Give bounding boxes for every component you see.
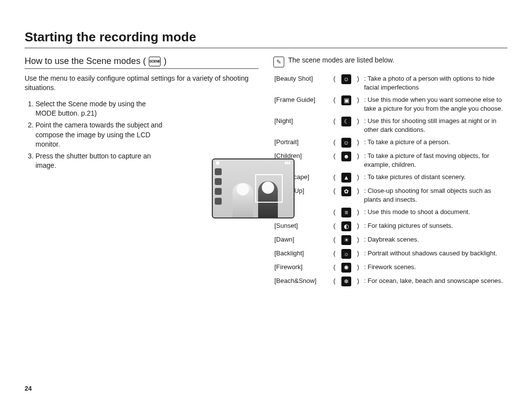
scene-mode-description: : Firework scenes. — [363, 261, 507, 275]
scene-mode-glyph-icon: ☼ — [341, 249, 351, 259]
paren-open: ( — [330, 275, 339, 288]
paren-open: ( — [330, 206, 339, 219]
scene-mode-glyph-icon: ☀ — [341, 235, 351, 245]
note-text: The scene modes are listed below. — [288, 56, 395, 64]
scene-mode-row: [Backlight](☼) : Portrait without shadow… — [273, 247, 507, 261]
scene-mode-label: [Night] — [273, 115, 330, 136]
scene-mode-description: : For ocean, lake, beach and snowscape s… — [363, 275, 507, 288]
lcd-status-left: ⬤ — [216, 161, 220, 166]
scene-mode-glyph-icon: ▲ — [341, 173, 351, 183]
lcd-icon-4 — [215, 198, 222, 205]
scene-mode-row: [Text](≡) : Use this mode to shoot a doc… — [273, 206, 507, 219]
scene-mode-icon-cell: ☾ — [339, 115, 353, 136]
scene-mode-label: [Backlight] — [273, 247, 330, 261]
paren-close: ) — [353, 206, 363, 219]
paren-close: ) — [353, 72, 363, 93]
lcd-status-bar: ⬤ ▮▮▮ — [216, 161, 291, 166]
scene-mode-row: [Close Up](✿) : Close-up shooting for sm… — [273, 185, 507, 206]
paren-close: ) — [353, 247, 363, 261]
step-1: Select the Scene mode by using the MODE … — [35, 99, 168, 119]
scene-mode-icon-cell: ▣ — [339, 93, 353, 115]
scene-mode-label: [Dawn] — [273, 233, 330, 247]
scene-mode-icon-cell: ☺ — [339, 136, 353, 150]
scene-mode-row: [Beach&Snow](❄) : For ocean, lake, beach… — [273, 275, 507, 288]
scene-mode-glyph-icon: ☺ — [341, 138, 351, 148]
scene-mode-description: : Close-up shooting for small objects su… — [363, 185, 507, 206]
step-2: Point the camera towards the subject and… — [35, 121, 168, 150]
paren-open: ( — [330, 136, 339, 150]
scene-mode-row: [Landscape](▲) : To take pictures of dis… — [273, 171, 507, 185]
scene-mode-description: : Daybreak scenes. — [363, 233, 507, 247]
scene-mode-label: [Beauty Shot] — [273, 72, 330, 93]
scene-mode-description: : To take a picture of a person. — [363, 136, 507, 150]
scene-mode-icon-cell: ≡ — [339, 206, 353, 219]
paren-open: ( — [330, 115, 339, 136]
note-icon: ✎ — [273, 57, 284, 67]
scene-mode-glyph-icon: ✺ — [341, 263, 351, 273]
paren-close: ) — [353, 275, 363, 288]
scene-mode-icon: SCENE — [149, 57, 161, 66]
paren-open: ( — [330, 72, 339, 93]
lcd-icon-3 — [215, 188, 222, 195]
page-title: Starting the recording mode — [25, 30, 507, 45]
scene-mode-row: [Portrait](☺) : To take a picture of a p… — [273, 136, 507, 150]
paren-open: ( — [330, 171, 339, 185]
scene-mode-icon-cell: ❄ — [339, 275, 353, 288]
paren-close: ) — [353, 93, 363, 115]
lcd-preview-figure: ⬤ ▮▮▮ — [212, 158, 295, 218]
scene-mode-description: : Use this mode to shoot a document. — [363, 206, 507, 219]
two-column-layout: How to use the Scene modes ( SCENE ) Use… — [25, 56, 507, 288]
paren-open: ( — [330, 185, 339, 206]
scene-mode-row: [Dawn](☀) : Daybreak scenes. — [273, 233, 507, 247]
scene-mode-label: [Firework] — [273, 261, 330, 275]
paren-close: ) — [353, 219, 363, 233]
right-column: ✎ The scene modes are listed below. [Bea… — [273, 56, 507, 288]
intro-paragraph: Use the menu to easily configure optimal… — [25, 74, 259, 93]
paren-close: ) — [353, 150, 363, 171]
scene-mode-glyph-icon: ◐ — [341, 221, 351, 231]
left-column: How to use the Scene modes ( SCENE ) Use… — [25, 56, 259, 288]
scene-mode-description: : Take a photo of a person with options … — [363, 72, 507, 93]
scene-mode-description: : For taking pictures of sunsets. — [363, 219, 507, 233]
scene-mode-icon-cell: ☺ — [339, 72, 353, 93]
scene-mode-icon-cell: ☼ — [339, 247, 353, 261]
scene-mode-row: [Children](☻) : To take a picture of fas… — [273, 150, 507, 171]
scene-mode-label: [Sunset] — [273, 219, 330, 233]
paren-open: ( — [330, 150, 339, 171]
scene-mode-description: : Portrait without shadows caused by bac… — [363, 247, 507, 261]
scene-mode-label: [Beach&Snow] — [273, 275, 330, 288]
scene-mode-glyph-icon: ❄ — [341, 277, 351, 286]
page-number: 24 — [25, 385, 32, 392]
paren-open: ( — [330, 247, 339, 261]
paren-open: ( — [330, 93, 339, 115]
step-3: Press the shutter button to capture an i… — [35, 152, 168, 171]
scene-mode-glyph-icon: ▣ — [341, 95, 351, 105]
paren-close: ) — [353, 171, 363, 185]
scene-mode-icon-cell: ◐ — [339, 219, 353, 233]
scene-mode-glyph-icon: ☾ — [341, 117, 351, 126]
scene-mode-row: [Sunset](◐) : For taking pictures of sun… — [273, 219, 507, 233]
scene-mode-row: [Night](☾) : Use this for shooting still… — [273, 115, 507, 136]
lcd-side-icons — [215, 168, 222, 205]
scene-mode-description: : Use this for shooting still images at … — [363, 115, 507, 136]
scene-mode-icon-cell: ✿ — [339, 185, 353, 206]
subhead-prefix: How to use the Scene modes ( — [25, 56, 146, 66]
paren-close: ) — [353, 185, 363, 206]
lcd-icon-1 — [215, 168, 222, 175]
title-rule — [25, 48, 507, 48]
paren-close: ) — [353, 233, 363, 247]
note-row: ✎ The scene modes are listed below. — [273, 56, 507, 67]
scene-mode-label: [Frame Guide] — [273, 93, 330, 115]
paren-open: ( — [330, 219, 339, 233]
scene-mode-label: [Portrait] — [273, 136, 330, 150]
scene-mode-glyph-icon: ☺ — [341, 74, 351, 84]
scene-mode-glyph-icon: ✿ — [341, 186, 351, 196]
paren-close: ) — [353, 261, 363, 275]
paren-open: ( — [330, 261, 339, 275]
scene-mode-description: : To take a picture of fast moving objec… — [363, 150, 507, 171]
lcd-icon-2 — [215, 178, 222, 185]
scene-mode-row: [Firework](✺) : Firework scenes. — [273, 261, 507, 275]
subhead-suffix: ) — [164, 56, 166, 66]
paren-close: ) — [353, 115, 363, 136]
paren-open: ( — [330, 233, 339, 247]
